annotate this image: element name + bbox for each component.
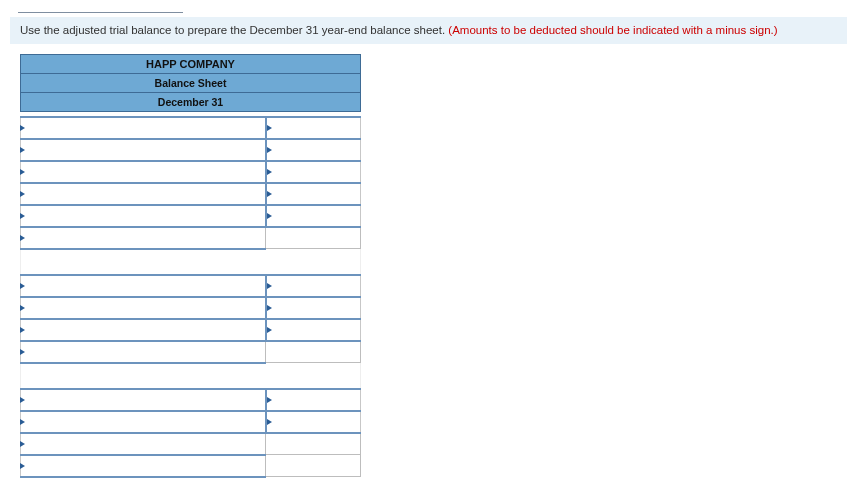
- dropdown-icon: [20, 125, 25, 131]
- description-cell[interactable]: [21, 341, 266, 363]
- dropdown-icon: [267, 419, 272, 425]
- dropdown-icon: [267, 213, 272, 219]
- description-cell[interactable]: [21, 411, 266, 433]
- dropdown-icon: [267, 191, 272, 197]
- amount-cell[interactable]: [266, 117, 361, 139]
- dropdown-icon: [20, 349, 25, 355]
- description-cell[interactable]: [21, 455, 266, 477]
- description-cell[interactable]: [21, 117, 266, 139]
- amount-cell[interactable]: [266, 183, 361, 205]
- dropdown-icon: [20, 191, 25, 197]
- amount-cell[interactable]: [266, 389, 361, 411]
- description-cell[interactable]: [21, 275, 266, 297]
- amount-total-cell: [266, 341, 361, 363]
- dropdown-icon: [267, 327, 272, 333]
- dropdown-icon: [20, 283, 25, 289]
- gap-row: [21, 249, 361, 275]
- description-cell[interactable]: [21, 161, 266, 183]
- description-cell[interactable]: [21, 205, 266, 227]
- dropdown-icon: [267, 397, 272, 403]
- instruction-main: Use the adjusted trial balance to prepar…: [20, 24, 448, 36]
- amount-cell[interactable]: [266, 205, 361, 227]
- description-cell[interactable]: [21, 433, 266, 455]
- dropdown-icon: [20, 327, 25, 333]
- description-cell[interactable]: [21, 183, 266, 205]
- statement-title-header: Balance Sheet: [21, 73, 361, 92]
- company-name-header: HAPP COMPANY: [21, 54, 361, 73]
- amount-cell[interactable]: [266, 161, 361, 183]
- amount-cell[interactable]: [266, 297, 361, 319]
- description-cell[interactable]: [21, 227, 266, 249]
- amount-total-cell: [266, 455, 361, 477]
- instruction-bar: Use the adjusted trial balance to prepar…: [10, 17, 847, 44]
- gap-row: [21, 363, 361, 389]
- dropdown-icon: [267, 305, 272, 311]
- dropdown-icon: [267, 125, 272, 131]
- dropdown-icon: [20, 441, 25, 447]
- dropdown-icon: [20, 305, 25, 311]
- dropdown-icon: [267, 147, 272, 153]
- dropdown-icon: [20, 463, 25, 469]
- dropdown-icon: [267, 283, 272, 289]
- instruction-note: (Amounts to be deducted should be indica…: [448, 24, 777, 36]
- tab-underline: [18, 0, 183, 13]
- description-cell[interactable]: [21, 389, 266, 411]
- amount-total-cell: [266, 433, 361, 455]
- statement-date-header: December 31: [21, 92, 361, 111]
- amount-total-cell: [266, 227, 361, 249]
- amount-cell[interactable]: [266, 319, 361, 341]
- description-cell[interactable]: [21, 139, 266, 161]
- dropdown-icon: [20, 419, 25, 425]
- dropdown-icon: [20, 397, 25, 403]
- dropdown-icon: [267, 169, 272, 175]
- description-cell[interactable]: [21, 319, 266, 341]
- dropdown-icon: [20, 213, 25, 219]
- description-cell[interactable]: [21, 297, 266, 319]
- dropdown-icon: [20, 147, 25, 153]
- dropdown-icon: [20, 235, 25, 241]
- balance-sheet-table: HAPP COMPANY Balance Sheet December 31: [20, 54, 361, 480]
- dropdown-icon: [20, 169, 25, 175]
- amount-cell[interactable]: [266, 139, 361, 161]
- amount-cell[interactable]: [266, 275, 361, 297]
- amount-cell[interactable]: [266, 411, 361, 433]
